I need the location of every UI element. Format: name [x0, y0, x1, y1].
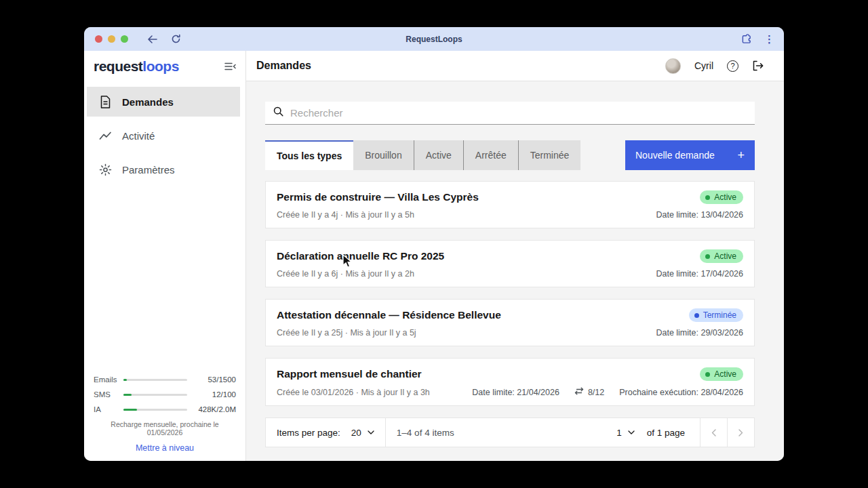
chevron-down-icon: [368, 430, 374, 434]
request-card[interactable]: Attestation décennale — Résidence Bellev…: [265, 299, 755, 346]
status-tabs: Tous les types Brouillon Active Arrêtée …: [265, 140, 580, 170]
sidebar-item-demandes[interactable]: Demandes: [87, 87, 240, 117]
browser-chrome: RequestLoops ⋮: [84, 27, 784, 51]
tab-tous-les-types[interactable]: Tous les types: [265, 140, 353, 170]
search-icon: [273, 106, 283, 119]
request-meta: Créée le 03/01/2026 · Mis à jour Il y a …: [277, 388, 430, 397]
help-icon[interactable]: ?: [727, 60, 738, 72]
request-card[interactable]: Déclaration annuelle RC Pro 2025 Active …: [265, 240, 755, 287]
minimize-window-button[interactable]: [108, 35, 115, 43]
sms-progress-bar: [123, 394, 187, 396]
page-count-label: of 1 page: [647, 428, 700, 438]
deadline-label: Date limite: 13/04/2026: [656, 210, 743, 220]
traffic-lights: [95, 35, 128, 43]
recurrence-count: 8/12: [574, 387, 604, 397]
browser-tab-title: RequestLoops: [84, 35, 784, 44]
tab-active[interactable]: Active: [414, 140, 463, 170]
close-window-button[interactable]: [95, 35, 102, 43]
sidebar-item-parametres[interactable]: Paramètres: [87, 155, 243, 184]
extensions-icon[interactable]: [741, 34, 752, 45]
repeat-icon: [574, 387, 584, 397]
request-meta: Créée le Il y a 25j · Mis à jour Il y a …: [277, 328, 416, 338]
maximize-window-button[interactable]: [121, 35, 128, 43]
browser-window: RequestLoops ⋮ requestloops D: [84, 27, 784, 461]
status-badge: Terminée: [689, 308, 743, 322]
upgrade-link[interactable]: Mettre à niveau: [94, 443, 236, 453]
user-name: Cyril: [694, 60, 713, 71]
items-per-page-select[interactable]: 20: [351, 428, 374, 438]
status-dot-icon: [705, 195, 710, 200]
status-dot-icon: [705, 254, 710, 259]
prev-page-button[interactable]: [701, 418, 727, 447]
logout-icon[interactable]: [752, 60, 764, 71]
refresh-icon[interactable]: [170, 34, 181, 45]
tab-terminee[interactable]: Terminée: [518, 140, 581, 170]
activity-icon: [99, 129, 112, 142]
usage-meter-ia: IA 428K/2.0M: [94, 405, 236, 413]
recharge-note: Recharge mensuelle, prochaine le 01/05/2…: [94, 420, 236, 436]
status-dot-icon: [705, 372, 710, 377]
request-card[interactable]: Permis de construire — Villa Les Cyprès …: [265, 181, 755, 228]
status-badge: Active: [700, 367, 743, 381]
sidebar-item-label: Activité: [122, 130, 155, 142]
new-request-button[interactable]: Nouvelle demande +: [625, 140, 755, 170]
emails-progress-bar: [123, 379, 187, 381]
chevron-down-icon: [628, 430, 635, 434]
usage-meter-sms: SMS 12/100: [94, 390, 236, 399]
deadline-label: Date limite: 17/04/2026: [656, 269, 743, 279]
search-input[interactable]: Rechercher: [265, 102, 755, 125]
tab-arretee[interactable]: Arrêtée: [463, 140, 518, 170]
request-title: Rapport mensuel de chantier: [277, 368, 422, 380]
request-list: Permis de construire — Villa Les Cyprès …: [265, 181, 755, 406]
avatar[interactable]: [665, 58, 681, 74]
app-header: Demandes Cyril ?: [246, 51, 784, 81]
next-run-label: Prochaine exécution: 28/04/2026: [619, 388, 743, 397]
tab-brouillon[interactable]: Brouillon: [353, 140, 413, 170]
status-badge: Active: [700, 249, 743, 263]
request-card[interactable]: Rapport mensuel de chantier Active Créée…: [265, 358, 755, 406]
status-badge: Active: [700, 190, 743, 204]
request-title: Attestation décennale — Résidence Bellev…: [277, 309, 501, 321]
request-title: Déclaration annuelle RC Pro 2025: [277, 250, 444, 262]
pagination-range: 1–4 of 4 items: [386, 428, 454, 438]
pagination-bar: Items per page: 20 1–4 of 4 items 1: [265, 418, 755, 447]
sidebar-item-label: Demandes: [122, 96, 174, 108]
search-placeholder: Rechercher: [290, 107, 343, 119]
request-meta: Créée le Il y a 4j · Mis à jour Il y a 5…: [277, 210, 414, 220]
gear-icon: [99, 163, 112, 176]
deadline-label: Date limite: 29/03/2026: [656, 328, 743, 338]
sidebar: requestloops Demandes Activité: [84, 51, 246, 461]
sidebar-item-label: Paramètres: [122, 164, 175, 176]
status-dot-icon: [694, 313, 699, 318]
app-logo: requestloops: [94, 58, 179, 75]
page-title: Demandes: [256, 60, 311, 72]
sidebar-item-activite[interactable]: Activité: [87, 121, 243, 150]
back-icon[interactable]: [147, 34, 158, 45]
request-title: Permis de construire — Villa Les Cyprès: [277, 191, 479, 203]
sidebar-collapse-icon[interactable]: [224, 62, 236, 71]
browser-menu-icon[interactable]: ⋮: [764, 34, 774, 44]
request-meta: Créée le Il y a 6j · Mis à jour Il y a 2…: [277, 269, 414, 279]
page-select[interactable]: 1: [616, 428, 647, 438]
items-per-page-label: Items per page:: [277, 428, 340, 438]
next-page-button[interactable]: [728, 418, 754, 447]
document-icon: [99, 96, 112, 108]
ia-progress-bar: [123, 409, 187, 411]
deadline-label: Date limite: 21/04/2026: [472, 388, 559, 397]
usage-panel: Emails 53/1500 SMS 12/100 IA 428K/2.0M R…: [84, 375, 245, 453]
usage-meter-emails: Emails 53/1500: [94, 375, 236, 384]
plus-icon: +: [737, 148, 745, 163]
